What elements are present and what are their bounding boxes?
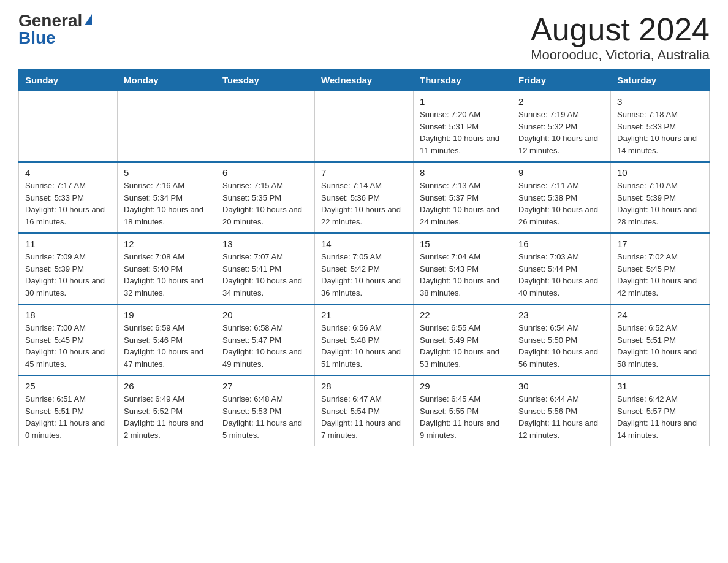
calendar-cell: 10Sunrise: 7:10 AMSunset: 5:39 PMDayligh…: [611, 162, 710, 233]
calendar-cell: 8Sunrise: 7:13 AMSunset: 5:37 PMDaylight…: [414, 162, 512, 233]
day-number: 27: [222, 381, 308, 391]
day-info: Sunrise: 7:20 AMSunset: 5:31 PMDaylight:…: [420, 109, 506, 156]
calendar-day-header: Tuesday: [216, 70, 315, 91]
calendar-cell: 17Sunrise: 7:02 AMSunset: 5:45 PMDayligh…: [611, 233, 710, 304]
page-header: General Blue August 2024 Moorooduc, Vict…: [18, 12, 710, 63]
day-number: 10: [617, 167, 703, 178]
page-subtitle: Moorooduc, Victoria, Australia: [531, 47, 710, 63]
day-info: Sunrise: 6:42 AMSunset: 5:57 PMDaylight:…: [617, 393, 703, 441]
calendar-cell: 11Sunrise: 7:09 AMSunset: 5:39 PMDayligh…: [19, 233, 118, 304]
day-info: Sunrise: 7:14 AMSunset: 5:36 PMDaylight:…: [321, 180, 407, 228]
calendar-cell: 31Sunrise: 6:42 AMSunset: 5:57 PMDayligh…: [611, 375, 710, 446]
calendar-week-row: 4Sunrise: 7:17 AMSunset: 5:33 PMDaylight…: [19, 162, 710, 233]
calendar-cell: 3Sunrise: 7:18 AMSunset: 5:33 PMDaylight…: [611, 91, 710, 162]
day-number: 17: [617, 239, 703, 249]
day-number: 25: [25, 381, 111, 391]
day-info: Sunrise: 6:44 AMSunset: 5:56 PMDaylight:…: [518, 393, 604, 441]
day-info: Sunrise: 7:04 AMSunset: 5:43 PMDaylight:…: [420, 251, 506, 299]
day-number: 7: [321, 167, 407, 178]
day-number: 5: [124, 167, 210, 178]
day-number: 1: [420, 96, 506, 107]
calendar-day-header: Saturday: [611, 70, 710, 91]
calendar-cell: 9Sunrise: 7:11 AMSunset: 5:38 PMDaylight…: [512, 162, 611, 233]
day-info: Sunrise: 6:54 AMSunset: 5:50 PMDaylight:…: [518, 322, 604, 370]
day-number: 4: [25, 167, 111, 178]
calendar-cell: 26Sunrise: 6:49 AMSunset: 5:52 PMDayligh…: [118, 375, 216, 446]
calendar-cell: 4Sunrise: 7:17 AMSunset: 5:33 PMDaylight…: [19, 162, 118, 233]
calendar-header-row: SundayMondayTuesdayWednesdayThursdayFrid…: [19, 70, 710, 91]
day-info: Sunrise: 7:08 AMSunset: 5:40 PMDaylight:…: [124, 251, 210, 299]
day-number: 29: [420, 381, 506, 391]
calendar-cell: 14Sunrise: 7:05 AMSunset: 5:42 PMDayligh…: [315, 233, 414, 304]
day-info: Sunrise: 7:19 AMSunset: 5:32 PMDaylight:…: [518, 109, 604, 156]
calendar-cell: 27Sunrise: 6:48 AMSunset: 5:53 PMDayligh…: [216, 375, 315, 446]
day-info: Sunrise: 6:52 AMSunset: 5:51 PMDaylight:…: [617, 322, 703, 370]
day-info: Sunrise: 6:56 AMSunset: 5:48 PMDaylight:…: [321, 322, 407, 370]
calendar-cell: 23Sunrise: 6:54 AMSunset: 5:50 PMDayligh…: [512, 304, 611, 375]
day-number: 21: [321, 310, 407, 320]
logo-blue-text: Blue: [18, 29, 56, 47]
day-info: Sunrise: 7:05 AMSunset: 5:42 PMDaylight:…: [321, 251, 407, 299]
day-info: Sunrise: 7:00 AMSunset: 5:45 PMDaylight:…: [25, 322, 111, 370]
day-number: 24: [617, 310, 703, 320]
day-info: Sunrise: 7:16 AMSunset: 5:34 PMDaylight:…: [124, 180, 210, 228]
day-info: Sunrise: 6:51 AMSunset: 5:51 PMDaylight:…: [25, 393, 111, 441]
day-info: Sunrise: 6:45 AMSunset: 5:55 PMDaylight:…: [420, 393, 506, 441]
day-number: 20: [222, 310, 308, 320]
calendar-cell: 5Sunrise: 7:16 AMSunset: 5:34 PMDaylight…: [118, 162, 216, 233]
calendar-week-row: 11Sunrise: 7:09 AMSunset: 5:39 PMDayligh…: [19, 233, 710, 304]
day-number: 6: [222, 167, 308, 178]
day-info: Sunrise: 7:17 AMSunset: 5:33 PMDaylight:…: [25, 180, 111, 228]
day-number: 14: [321, 239, 407, 249]
day-number: 26: [124, 381, 210, 391]
day-info: Sunrise: 7:02 AMSunset: 5:45 PMDaylight:…: [617, 251, 703, 299]
calendar-cell: 22Sunrise: 6:55 AMSunset: 5:49 PMDayligh…: [414, 304, 512, 375]
day-info: Sunrise: 7:13 AMSunset: 5:37 PMDaylight:…: [420, 180, 506, 228]
day-number: 28: [321, 381, 407, 391]
day-info: Sunrise: 6:55 AMSunset: 5:49 PMDaylight:…: [420, 322, 506, 370]
calendar-cell: 12Sunrise: 7:08 AMSunset: 5:40 PMDayligh…: [118, 233, 216, 304]
day-number: 2: [518, 96, 604, 107]
calendar-day-header: Sunday: [19, 70, 118, 91]
day-info: Sunrise: 6:58 AMSunset: 5:47 PMDaylight:…: [222, 322, 308, 370]
day-info: Sunrise: 6:47 AMSunset: 5:54 PMDaylight:…: [321, 393, 407, 441]
calendar-cell: 16Sunrise: 7:03 AMSunset: 5:44 PMDayligh…: [512, 233, 611, 304]
calendar-day-header: Wednesday: [315, 70, 414, 91]
calendar-cell: 18Sunrise: 7:00 AMSunset: 5:45 PMDayligh…: [19, 304, 118, 375]
day-number: 16: [518, 239, 604, 249]
calendar-cell: 21Sunrise: 6:56 AMSunset: 5:48 PMDayligh…: [315, 304, 414, 375]
day-number: 30: [518, 381, 604, 391]
logo: General Blue: [18, 12, 92, 47]
calendar-day-header: Friday: [512, 70, 611, 91]
calendar-week-row: 1Sunrise: 7:20 AMSunset: 5:31 PMDaylight…: [19, 91, 710, 162]
page-title: August 2024: [531, 12, 710, 47]
calendar-week-row: 25Sunrise: 6:51 AMSunset: 5:51 PMDayligh…: [19, 375, 710, 446]
calendar-cell: [216, 91, 315, 162]
calendar-week-row: 18Sunrise: 7:00 AMSunset: 5:45 PMDayligh…: [19, 304, 710, 375]
calendar-day-header: Monday: [118, 70, 216, 91]
calendar-cell: [19, 91, 118, 162]
calendar-table: SundayMondayTuesdayWednesdayThursdayFrid…: [18, 69, 710, 446]
day-info: Sunrise: 7:03 AMSunset: 5:44 PMDaylight:…: [518, 251, 604, 299]
logo-triangle-icon: [85, 14, 92, 25]
calendar-cell: 29Sunrise: 6:45 AMSunset: 5:55 PMDayligh…: [414, 375, 512, 446]
day-number: 19: [124, 310, 210, 320]
day-info: Sunrise: 7:18 AMSunset: 5:33 PMDaylight:…: [617, 109, 703, 156]
calendar-cell: 7Sunrise: 7:14 AMSunset: 5:36 PMDaylight…: [315, 162, 414, 233]
day-number: 31: [617, 381, 703, 391]
calendar-cell: 13Sunrise: 7:07 AMSunset: 5:41 PMDayligh…: [216, 233, 315, 304]
calendar-cell: 28Sunrise: 6:47 AMSunset: 5:54 PMDayligh…: [315, 375, 414, 446]
day-number: 18: [25, 310, 111, 320]
day-number: 22: [420, 310, 506, 320]
day-number: 11: [25, 239, 111, 249]
calendar-cell: 20Sunrise: 6:58 AMSunset: 5:47 PMDayligh…: [216, 304, 315, 375]
logo-general-text: General: [18, 12, 82, 29]
calendar-cell: [315, 91, 414, 162]
calendar-cell: 24Sunrise: 6:52 AMSunset: 5:51 PMDayligh…: [611, 304, 710, 375]
day-info: Sunrise: 7:10 AMSunset: 5:39 PMDaylight:…: [617, 180, 703, 228]
day-info: Sunrise: 7:07 AMSunset: 5:41 PMDaylight:…: [222, 251, 308, 299]
day-number: 3: [617, 96, 703, 107]
calendar-cell: 2Sunrise: 7:19 AMSunset: 5:32 PMDaylight…: [512, 91, 611, 162]
day-number: 9: [518, 167, 604, 178]
calendar-cell: [118, 91, 216, 162]
